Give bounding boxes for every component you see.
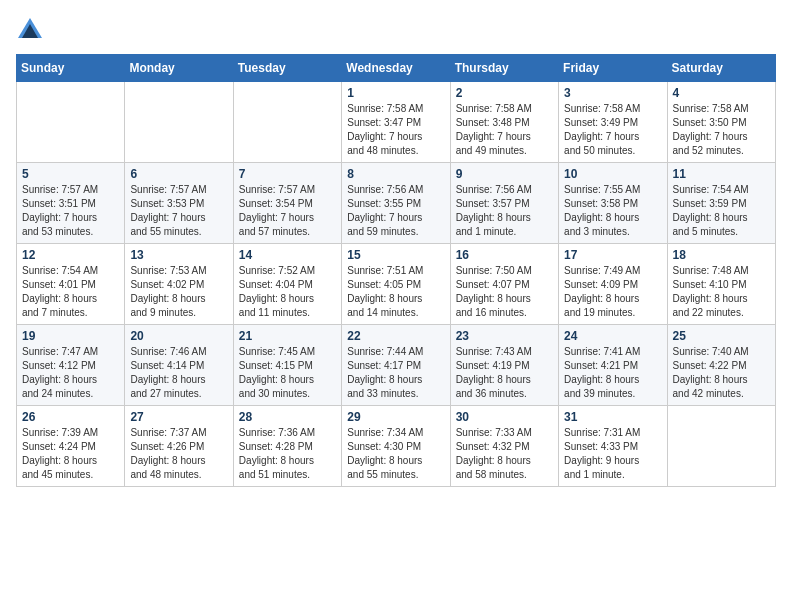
calendar-cell: 26Sunrise: 7:39 AM Sunset: 4:24 PM Dayli… xyxy=(17,406,125,487)
day-info: Sunrise: 7:48 AM Sunset: 4:10 PM Dayligh… xyxy=(673,264,770,320)
weekday-header: Friday xyxy=(559,55,667,82)
calendar-cell: 30Sunrise: 7:33 AM Sunset: 4:32 PM Dayli… xyxy=(450,406,558,487)
day-number: 11 xyxy=(673,167,770,181)
calendar-cell xyxy=(233,82,341,163)
day-number: 8 xyxy=(347,167,444,181)
day-info: Sunrise: 7:55 AM Sunset: 3:58 PM Dayligh… xyxy=(564,183,661,239)
calendar-cell: 14Sunrise: 7:52 AM Sunset: 4:04 PM Dayli… xyxy=(233,244,341,325)
weekday-header: Sunday xyxy=(17,55,125,82)
day-info: Sunrise: 7:40 AM Sunset: 4:22 PM Dayligh… xyxy=(673,345,770,401)
day-number: 26 xyxy=(22,410,119,424)
day-info: Sunrise: 7:34 AM Sunset: 4:30 PM Dayligh… xyxy=(347,426,444,482)
day-info: Sunrise: 7:54 AM Sunset: 3:59 PM Dayligh… xyxy=(673,183,770,239)
day-info: Sunrise: 7:58 AM Sunset: 3:49 PM Dayligh… xyxy=(564,102,661,158)
day-info: Sunrise: 7:45 AM Sunset: 4:15 PM Dayligh… xyxy=(239,345,336,401)
weekday-header: Thursday xyxy=(450,55,558,82)
day-info: Sunrise: 7:41 AM Sunset: 4:21 PM Dayligh… xyxy=(564,345,661,401)
page-header xyxy=(16,16,776,44)
calendar-cell: 28Sunrise: 7:36 AM Sunset: 4:28 PM Dayli… xyxy=(233,406,341,487)
day-info: Sunrise: 7:39 AM Sunset: 4:24 PM Dayligh… xyxy=(22,426,119,482)
day-info: Sunrise: 7:37 AM Sunset: 4:26 PM Dayligh… xyxy=(130,426,227,482)
day-info: Sunrise: 7:49 AM Sunset: 4:09 PM Dayligh… xyxy=(564,264,661,320)
calendar-cell: 17Sunrise: 7:49 AM Sunset: 4:09 PM Dayli… xyxy=(559,244,667,325)
calendar-cell: 27Sunrise: 7:37 AM Sunset: 4:26 PM Dayli… xyxy=(125,406,233,487)
calendar-cell: 9Sunrise: 7:56 AM Sunset: 3:57 PM Daylig… xyxy=(450,163,558,244)
day-info: Sunrise: 7:50 AM Sunset: 4:07 PM Dayligh… xyxy=(456,264,553,320)
day-number: 23 xyxy=(456,329,553,343)
calendar-cell: 10Sunrise: 7:55 AM Sunset: 3:58 PM Dayli… xyxy=(559,163,667,244)
day-info: Sunrise: 7:57 AM Sunset: 3:53 PM Dayligh… xyxy=(130,183,227,239)
calendar-cell: 15Sunrise: 7:51 AM Sunset: 4:05 PM Dayli… xyxy=(342,244,450,325)
day-info: Sunrise: 7:53 AM Sunset: 4:02 PM Dayligh… xyxy=(130,264,227,320)
calendar-week-row: 5Sunrise: 7:57 AM Sunset: 3:51 PM Daylig… xyxy=(17,163,776,244)
calendar-cell: 13Sunrise: 7:53 AM Sunset: 4:02 PM Dayli… xyxy=(125,244,233,325)
calendar-cell: 18Sunrise: 7:48 AM Sunset: 4:10 PM Dayli… xyxy=(667,244,775,325)
day-number: 6 xyxy=(130,167,227,181)
day-number: 19 xyxy=(22,329,119,343)
day-number: 7 xyxy=(239,167,336,181)
calendar-cell: 21Sunrise: 7:45 AM Sunset: 4:15 PM Dayli… xyxy=(233,325,341,406)
day-number: 5 xyxy=(22,167,119,181)
calendar-cell: 3Sunrise: 7:58 AM Sunset: 3:49 PM Daylig… xyxy=(559,82,667,163)
calendar-cell: 7Sunrise: 7:57 AM Sunset: 3:54 PM Daylig… xyxy=(233,163,341,244)
day-info: Sunrise: 7:56 AM Sunset: 3:55 PM Dayligh… xyxy=(347,183,444,239)
calendar-cell: 6Sunrise: 7:57 AM Sunset: 3:53 PM Daylig… xyxy=(125,163,233,244)
calendar-cell: 4Sunrise: 7:58 AM Sunset: 3:50 PM Daylig… xyxy=(667,82,775,163)
day-number: 27 xyxy=(130,410,227,424)
day-number: 14 xyxy=(239,248,336,262)
day-info: Sunrise: 7:44 AM Sunset: 4:17 PM Dayligh… xyxy=(347,345,444,401)
logo-icon xyxy=(16,16,44,44)
day-info: Sunrise: 7:33 AM Sunset: 4:32 PM Dayligh… xyxy=(456,426,553,482)
calendar-cell: 11Sunrise: 7:54 AM Sunset: 3:59 PM Dayli… xyxy=(667,163,775,244)
calendar-cell: 24Sunrise: 7:41 AM Sunset: 4:21 PM Dayli… xyxy=(559,325,667,406)
day-info: Sunrise: 7:31 AM Sunset: 4:33 PM Dayligh… xyxy=(564,426,661,482)
calendar-cell: 22Sunrise: 7:44 AM Sunset: 4:17 PM Dayli… xyxy=(342,325,450,406)
day-number: 25 xyxy=(673,329,770,343)
day-number: 18 xyxy=(673,248,770,262)
calendar-cell: 1Sunrise: 7:58 AM Sunset: 3:47 PM Daylig… xyxy=(342,82,450,163)
day-number: 10 xyxy=(564,167,661,181)
calendar-cell: 25Sunrise: 7:40 AM Sunset: 4:22 PM Dayli… xyxy=(667,325,775,406)
day-number: 12 xyxy=(22,248,119,262)
calendar-cell: 5Sunrise: 7:57 AM Sunset: 3:51 PM Daylig… xyxy=(17,163,125,244)
day-info: Sunrise: 7:56 AM Sunset: 3:57 PM Dayligh… xyxy=(456,183,553,239)
day-number: 2 xyxy=(456,86,553,100)
calendar-header-row: SundayMondayTuesdayWednesdayThursdayFrid… xyxy=(17,55,776,82)
day-info: Sunrise: 7:51 AM Sunset: 4:05 PM Dayligh… xyxy=(347,264,444,320)
day-number: 30 xyxy=(456,410,553,424)
calendar-week-row: 26Sunrise: 7:39 AM Sunset: 4:24 PM Dayli… xyxy=(17,406,776,487)
calendar-week-row: 12Sunrise: 7:54 AM Sunset: 4:01 PM Dayli… xyxy=(17,244,776,325)
day-number: 16 xyxy=(456,248,553,262)
day-info: Sunrise: 7:46 AM Sunset: 4:14 PM Dayligh… xyxy=(130,345,227,401)
day-number: 21 xyxy=(239,329,336,343)
day-number: 31 xyxy=(564,410,661,424)
calendar-cell: 31Sunrise: 7:31 AM Sunset: 4:33 PM Dayli… xyxy=(559,406,667,487)
calendar-cell: 8Sunrise: 7:56 AM Sunset: 3:55 PM Daylig… xyxy=(342,163,450,244)
calendar-cell: 23Sunrise: 7:43 AM Sunset: 4:19 PM Dayli… xyxy=(450,325,558,406)
calendar-cell: 20Sunrise: 7:46 AM Sunset: 4:14 PM Dayli… xyxy=(125,325,233,406)
day-number: 1 xyxy=(347,86,444,100)
day-number: 9 xyxy=(456,167,553,181)
calendar-cell: 12Sunrise: 7:54 AM Sunset: 4:01 PM Dayli… xyxy=(17,244,125,325)
day-info: Sunrise: 7:54 AM Sunset: 4:01 PM Dayligh… xyxy=(22,264,119,320)
day-number: 24 xyxy=(564,329,661,343)
day-info: Sunrise: 7:47 AM Sunset: 4:12 PM Dayligh… xyxy=(22,345,119,401)
day-number: 3 xyxy=(564,86,661,100)
calendar-cell xyxy=(667,406,775,487)
calendar-cell: 29Sunrise: 7:34 AM Sunset: 4:30 PM Dayli… xyxy=(342,406,450,487)
day-info: Sunrise: 7:58 AM Sunset: 3:50 PM Dayligh… xyxy=(673,102,770,158)
calendar-cell xyxy=(125,82,233,163)
logo xyxy=(16,16,48,44)
calendar-week-row: 19Sunrise: 7:47 AM Sunset: 4:12 PM Dayli… xyxy=(17,325,776,406)
day-info: Sunrise: 7:57 AM Sunset: 3:51 PM Dayligh… xyxy=(22,183,119,239)
day-info: Sunrise: 7:36 AM Sunset: 4:28 PM Dayligh… xyxy=(239,426,336,482)
day-number: 20 xyxy=(130,329,227,343)
weekday-header: Monday xyxy=(125,55,233,82)
weekday-header: Saturday xyxy=(667,55,775,82)
day-info: Sunrise: 7:43 AM Sunset: 4:19 PM Dayligh… xyxy=(456,345,553,401)
calendar-cell: 16Sunrise: 7:50 AM Sunset: 4:07 PM Dayli… xyxy=(450,244,558,325)
weekday-header: Wednesday xyxy=(342,55,450,82)
day-number: 4 xyxy=(673,86,770,100)
day-info: Sunrise: 7:58 AM Sunset: 3:48 PM Dayligh… xyxy=(456,102,553,158)
day-number: 17 xyxy=(564,248,661,262)
